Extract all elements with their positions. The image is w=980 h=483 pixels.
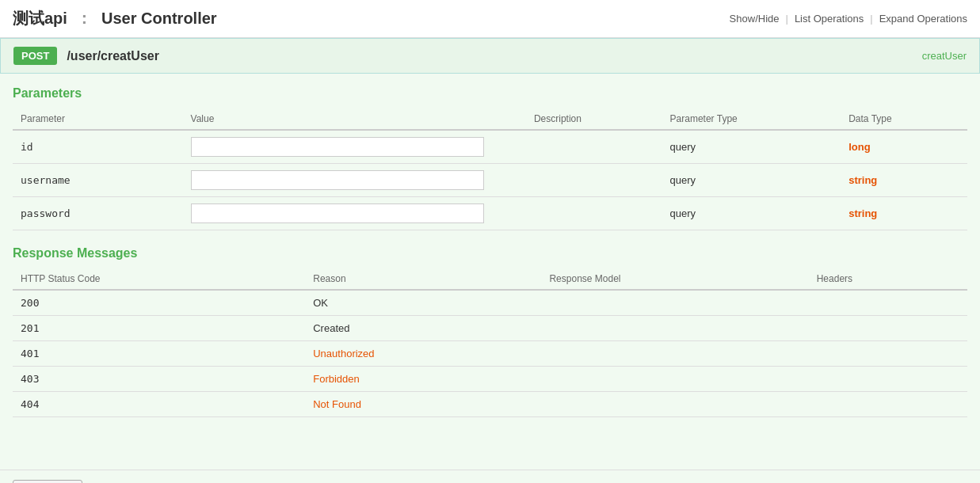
show-hide-link[interactable]: Show/Hide [730,13,780,25]
response-status-code: 200 [13,290,305,316]
param-value-cell [183,197,526,230]
response-reason: Unauthorized [305,341,541,367]
response-headers [809,367,967,392]
param-input[interactable] [191,203,484,223]
param-value-cell [183,164,526,197]
response-reason: Created [305,316,541,341]
nav-divider-1: | [785,13,787,25]
header: 测试api ： User Controller Show/Hide | List… [0,0,980,38]
param-data-type: string [841,164,967,197]
param-parameter-type: query [662,197,841,230]
table-row: password query string [13,197,967,230]
endpoint-left: POST /user/creatUser [13,47,159,65]
response-model [541,316,808,341]
header-title: 测试api ： User Controller [13,8,217,29]
response-headers [809,316,967,341]
header-nav: Show/Hide | List Operations | Expand Ope… [730,13,967,25]
col-description: Description [526,108,662,130]
endpoint-path: /user/creatUser [67,49,159,63]
response-model [541,341,808,367]
response-reason: Not Found [305,392,541,417]
title-separator: ： [76,10,92,27]
col-parameter: Parameter [13,108,183,130]
param-parameter-type: query [662,130,841,164]
response-model [541,392,808,417]
table-row: 401 Unauthorized [13,341,967,367]
table-row: 201 Created [13,316,967,341]
table-row: 403 Forbidden [13,367,967,392]
response-status-code: 401 [13,341,305,367]
list-operations-link[interactable]: List Operations [795,13,864,25]
response-headers [809,392,967,417]
response-headers [809,341,967,367]
try-it-button[interactable]: Try it out! [13,480,82,483]
param-input[interactable] [191,170,484,190]
param-description [526,130,662,164]
col-response-model: Response Model [541,268,808,290]
response-reason: OK [305,290,541,316]
parameters-table: Parameter Value Description Parameter Ty… [13,108,967,230]
col-parameter-type: Parameter Type [662,108,841,130]
col-headers: Headers [809,268,967,290]
table-row: id query long [13,130,967,164]
endpoint-name: creatUser [922,50,967,62]
table-row: 404 Not Found [13,392,967,417]
table-row: username query string [13,164,967,197]
expand-operations-link[interactable]: Expand Operations [879,13,967,25]
col-http-status: HTTP Status Code [13,268,305,290]
param-description [526,197,662,230]
response-model [541,290,808,316]
col-reason: Reason [305,268,541,290]
col-data-type: Data Type [841,108,967,130]
response-reason: Forbidden [305,367,541,392]
param-description [526,164,662,197]
response-status-code: 201 [13,316,305,341]
response-model [541,367,808,392]
param-input[interactable] [191,137,484,157]
parameters-title: Parameters [13,86,967,101]
param-value-cell [183,130,526,164]
param-name: password [13,197,183,230]
table-row: 200 OK [13,290,967,316]
response-status-code: 403 [13,367,305,392]
response-messages-title: Response Messages [13,246,967,261]
response-status-code: 404 [13,392,305,417]
nav-divider-2: | [870,13,872,25]
response-table: HTTP Status Code Reason Response Model H… [13,268,967,417]
title-controller: User Controller [101,10,217,27]
endpoint-bar: POST /user/creatUser creatUser [0,38,980,74]
method-badge: POST [13,47,57,65]
response-headers [809,290,967,316]
footer-bar: Try it out! K 创新互联 [0,470,980,483]
param-name: username [13,164,183,197]
param-data-type: string [841,197,967,230]
title-chinese: 测试api [13,10,67,27]
param-data-type: long [841,130,967,164]
col-value: Value [183,108,526,130]
main-content: Parameters Parameter Value Description P… [0,74,980,470]
param-parameter-type: query [662,164,841,197]
param-name: id [13,130,183,164]
